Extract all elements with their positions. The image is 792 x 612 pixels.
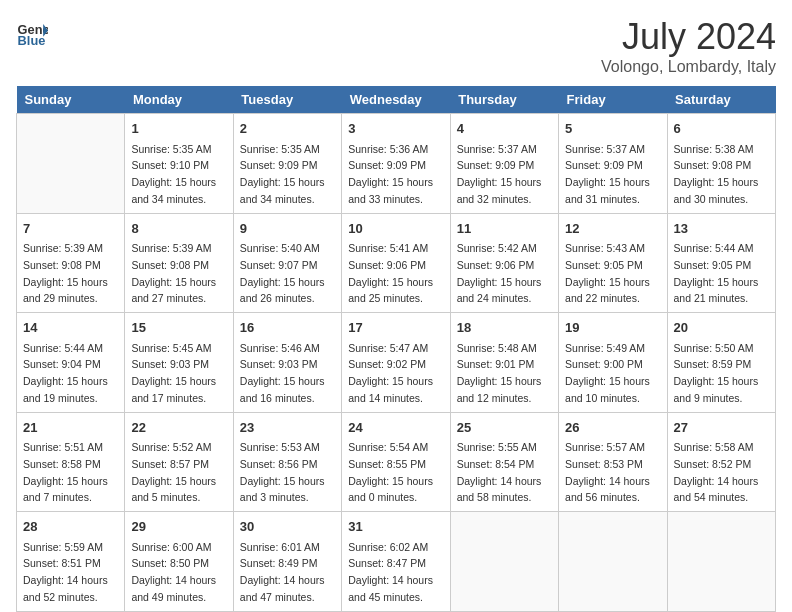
calendar-cell: 19 Sunrise: 5:49 AMSunset: 9:00 PMDaylig…	[559, 313, 667, 413]
logo-icon: General Blue	[16, 16, 48, 48]
calendar-cell: 31 Sunrise: 6:02 AMSunset: 8:47 PMDaylig…	[342, 512, 450, 612]
day-info: Sunrise: 5:35 AMSunset: 9:10 PMDaylight:…	[131, 143, 216, 205]
day-number: 26	[565, 418, 660, 438]
day-number: 30	[240, 517, 335, 537]
calendar-cell: 4 Sunrise: 5:37 AMSunset: 9:09 PMDayligh…	[450, 114, 558, 214]
day-number: 7	[23, 219, 118, 239]
day-number: 13	[674, 219, 769, 239]
day-number: 27	[674, 418, 769, 438]
day-info: Sunrise: 5:51 AMSunset: 8:58 PMDaylight:…	[23, 441, 108, 503]
day-info: Sunrise: 5:37 AMSunset: 9:09 PMDaylight:…	[565, 143, 650, 205]
day-info: Sunrise: 6:01 AMSunset: 8:49 PMDaylight:…	[240, 541, 325, 603]
day-info: Sunrise: 5:44 AMSunset: 9:05 PMDaylight:…	[674, 242, 759, 304]
weekday-header-cell: Friday	[559, 86, 667, 114]
logo: General Blue	[16, 16, 48, 48]
day-info: Sunrise: 5:58 AMSunset: 8:52 PMDaylight:…	[674, 441, 759, 503]
calendar-cell: 27 Sunrise: 5:58 AMSunset: 8:52 PMDaylig…	[667, 412, 775, 512]
day-number: 17	[348, 318, 443, 338]
calendar-table: SundayMondayTuesdayWednesdayThursdayFrid…	[16, 86, 776, 612]
svg-text:Blue: Blue	[18, 33, 46, 48]
calendar-cell: 24 Sunrise: 5:54 AMSunset: 8:55 PMDaylig…	[342, 412, 450, 512]
calendar-cell: 3 Sunrise: 5:36 AMSunset: 9:09 PMDayligh…	[342, 114, 450, 214]
day-number: 8	[131, 219, 226, 239]
day-number: 21	[23, 418, 118, 438]
day-number: 20	[674, 318, 769, 338]
weekday-header-row: SundayMondayTuesdayWednesdayThursdayFrid…	[17, 86, 776, 114]
weekday-header-cell: Saturday	[667, 86, 775, 114]
calendar-cell: 17 Sunrise: 5:47 AMSunset: 9:02 PMDaylig…	[342, 313, 450, 413]
page-header: General Blue July 2024 Volongo, Lombardy…	[16, 16, 776, 76]
title-area: July 2024 Volongo, Lombardy, Italy	[601, 16, 776, 76]
day-info: Sunrise: 6:00 AMSunset: 8:50 PMDaylight:…	[131, 541, 216, 603]
day-info: Sunrise: 5:42 AMSunset: 9:06 PMDaylight:…	[457, 242, 542, 304]
calendar-cell: 23 Sunrise: 5:53 AMSunset: 8:56 PMDaylig…	[233, 412, 341, 512]
subtitle: Volongo, Lombardy, Italy	[601, 58, 776, 76]
calendar-cell: 8 Sunrise: 5:39 AMSunset: 9:08 PMDayligh…	[125, 213, 233, 313]
calendar-cell: 1 Sunrise: 5:35 AMSunset: 9:10 PMDayligh…	[125, 114, 233, 214]
day-info: Sunrise: 5:52 AMSunset: 8:57 PMDaylight:…	[131, 441, 216, 503]
day-number: 1	[131, 119, 226, 139]
calendar-cell: 15 Sunrise: 5:45 AMSunset: 9:03 PMDaylig…	[125, 313, 233, 413]
day-number: 25	[457, 418, 552, 438]
calendar-cell: 22 Sunrise: 5:52 AMSunset: 8:57 PMDaylig…	[125, 412, 233, 512]
day-info: Sunrise: 5:50 AMSunset: 8:59 PMDaylight:…	[674, 342, 759, 404]
calendar-cell: 6 Sunrise: 5:38 AMSunset: 9:08 PMDayligh…	[667, 114, 775, 214]
calendar-cell: 29 Sunrise: 6:00 AMSunset: 8:50 PMDaylig…	[125, 512, 233, 612]
day-info: Sunrise: 5:41 AMSunset: 9:06 PMDaylight:…	[348, 242, 433, 304]
calendar-cell	[450, 512, 558, 612]
calendar-week-row: 7 Sunrise: 5:39 AMSunset: 9:08 PMDayligh…	[17, 213, 776, 313]
calendar-cell: 13 Sunrise: 5:44 AMSunset: 9:05 PMDaylig…	[667, 213, 775, 313]
calendar-cell	[17, 114, 125, 214]
calendar-cell: 2 Sunrise: 5:35 AMSunset: 9:09 PMDayligh…	[233, 114, 341, 214]
day-info: Sunrise: 5:46 AMSunset: 9:03 PMDaylight:…	[240, 342, 325, 404]
calendar-cell: 25 Sunrise: 5:55 AMSunset: 8:54 PMDaylig…	[450, 412, 558, 512]
day-info: Sunrise: 5:43 AMSunset: 9:05 PMDaylight:…	[565, 242, 650, 304]
day-info: Sunrise: 5:55 AMSunset: 8:54 PMDaylight:…	[457, 441, 542, 503]
calendar-cell: 26 Sunrise: 5:57 AMSunset: 8:53 PMDaylig…	[559, 412, 667, 512]
calendar-cell	[559, 512, 667, 612]
calendar-cell: 11 Sunrise: 5:42 AMSunset: 9:06 PMDaylig…	[450, 213, 558, 313]
day-info: Sunrise: 5:39 AMSunset: 9:08 PMDaylight:…	[131, 242, 216, 304]
weekday-header-cell: Sunday	[17, 86, 125, 114]
day-info: Sunrise: 5:49 AMSunset: 9:00 PMDaylight:…	[565, 342, 650, 404]
day-number: 29	[131, 517, 226, 537]
day-number: 15	[131, 318, 226, 338]
day-number: 31	[348, 517, 443, 537]
day-number: 3	[348, 119, 443, 139]
day-info: Sunrise: 5:44 AMSunset: 9:04 PMDaylight:…	[23, 342, 108, 404]
day-number: 28	[23, 517, 118, 537]
day-info: Sunrise: 5:38 AMSunset: 9:08 PMDaylight:…	[674, 143, 759, 205]
day-number: 16	[240, 318, 335, 338]
weekday-header-cell: Monday	[125, 86, 233, 114]
day-info: Sunrise: 5:59 AMSunset: 8:51 PMDaylight:…	[23, 541, 108, 603]
calendar-cell: 9 Sunrise: 5:40 AMSunset: 9:07 PMDayligh…	[233, 213, 341, 313]
weekday-header-cell: Wednesday	[342, 86, 450, 114]
day-info: Sunrise: 5:40 AMSunset: 9:07 PMDaylight:…	[240, 242, 325, 304]
calendar-cell: 7 Sunrise: 5:39 AMSunset: 9:08 PMDayligh…	[17, 213, 125, 313]
calendar-cell	[667, 512, 775, 612]
day-number: 18	[457, 318, 552, 338]
calendar-cell: 14 Sunrise: 5:44 AMSunset: 9:04 PMDaylig…	[17, 313, 125, 413]
day-number: 9	[240, 219, 335, 239]
day-info: Sunrise: 5:53 AMSunset: 8:56 PMDaylight:…	[240, 441, 325, 503]
day-number: 2	[240, 119, 335, 139]
calendar-cell: 10 Sunrise: 5:41 AMSunset: 9:06 PMDaylig…	[342, 213, 450, 313]
calendar-cell: 21 Sunrise: 5:51 AMSunset: 8:58 PMDaylig…	[17, 412, 125, 512]
weekday-header-cell: Tuesday	[233, 86, 341, 114]
day-number: 6	[674, 119, 769, 139]
day-number: 23	[240, 418, 335, 438]
calendar-week-row: 21 Sunrise: 5:51 AMSunset: 8:58 PMDaylig…	[17, 412, 776, 512]
day-number: 14	[23, 318, 118, 338]
day-info: Sunrise: 5:37 AMSunset: 9:09 PMDaylight:…	[457, 143, 542, 205]
calendar-cell: 16 Sunrise: 5:46 AMSunset: 9:03 PMDaylig…	[233, 313, 341, 413]
day-info: Sunrise: 6:02 AMSunset: 8:47 PMDaylight:…	[348, 541, 433, 603]
calendar-cell: 12 Sunrise: 5:43 AMSunset: 9:05 PMDaylig…	[559, 213, 667, 313]
day-number: 12	[565, 219, 660, 239]
calendar-body: 1 Sunrise: 5:35 AMSunset: 9:10 PMDayligh…	[17, 114, 776, 612]
day-number: 19	[565, 318, 660, 338]
day-number: 22	[131, 418, 226, 438]
day-number: 4	[457, 119, 552, 139]
calendar-week-row: 1 Sunrise: 5:35 AMSunset: 9:10 PMDayligh…	[17, 114, 776, 214]
calendar-cell: 5 Sunrise: 5:37 AMSunset: 9:09 PMDayligh…	[559, 114, 667, 214]
day-number: 10	[348, 219, 443, 239]
